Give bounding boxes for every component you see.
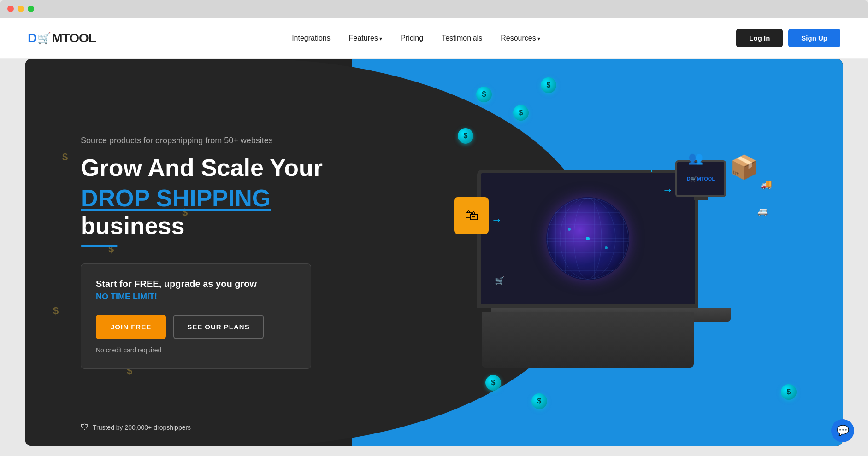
- traffic-light-fullscreen[interactable]: [28, 6, 34, 12]
- arrow-to-monitor: →: [662, 183, 673, 196]
- hero-highlight: DROP SHIPPING: [81, 185, 271, 211]
- coin-6: $: [531, 393, 547, 409]
- laptop-keyboard: [482, 312, 694, 368]
- svg-point-8: [605, 246, 608, 249]
- coin-7: $: [781, 384, 797, 400]
- coin-4: $: [458, 128, 473, 144]
- coin-2: $: [513, 105, 529, 121]
- logo-mtool: MTOOL: [52, 31, 96, 46]
- nav-link-resources[interactable]: Resources: [501, 34, 540, 42]
- nav-item-pricing[interactable]: Pricing: [401, 34, 423, 42]
- hero-title-line1: Grow And Scale Your: [81, 155, 348, 181]
- arrow-right: →: [644, 165, 655, 177]
- svg-point-1: [560, 198, 615, 279]
- shopping-bag-icon: 🛍: [454, 197, 489, 234]
- hero-box-free-text: NO TIME LIMIT!: [96, 292, 292, 302]
- hero-subtitle: Source products for dropshipping from 50…: [81, 136, 348, 146]
- nav-link-integrations[interactable]: Integrations: [292, 34, 331, 42]
- nav-link-pricing[interactable]: Pricing: [401, 34, 423, 42]
- window-chrome: [0, 0, 868, 18]
- traffic-light-close[interactable]: [7, 6, 14, 12]
- logo-d: D: [28, 31, 36, 46]
- hero-illustration: $ $ $ $ $ $ $ D🛒MTOOL → 🛍 → 👥: [393, 59, 843, 446]
- hero-box-title: Start for FREE, upgrade as you grow: [96, 279, 292, 289]
- nav-link-features[interactable]: Features: [349, 34, 382, 42]
- nav-links: Integrations Features Pricing Testimonia…: [292, 34, 540, 42]
- globe-visualization: [546, 197, 629, 280]
- nav-item-testimonials[interactable]: Testimonials: [442, 34, 482, 42]
- floating-monitor: D🛒MTOOL: [675, 160, 726, 200]
- see-plans-button[interactable]: SEE OUR PLANS: [173, 315, 264, 339]
- navbar: D🛒MTOOL Integrations Features Pricing Te…: [0, 18, 868, 59]
- boxes-icon: 📦: [730, 156, 758, 179]
- traffic-light-minimize[interactable]: [18, 6, 24, 12]
- chat-icon: 💬: [837, 425, 849, 437]
- people-icon: 👥: [688, 151, 703, 165]
- laptop-illustration: D🛒MTOOL → 🛍 → 👥 → 📦 🚚 🚐: [477, 170, 744, 363]
- coin-3: $: [541, 77, 556, 93]
- chat-bubble[interactable]: 💬: [831, 419, 854, 442]
- hero-content: Source products for dropshipping from 50…: [25, 99, 348, 406]
- screen-cart-icon: 🛒: [495, 275, 505, 286]
- globe-svg: [546, 197, 629, 280]
- hero-title-line2: DROP SHIPPING business: [81, 185, 348, 240]
- nav-link-testimonials[interactable]: Testimonials: [442, 34, 482, 42]
- hero-underline: [81, 245, 118, 247]
- trusted-text: Trusted by 200,000+ dropshippers: [93, 424, 191, 431]
- hero-box-buttons: JOIN FREE SEE OUR PLANS: [96, 315, 292, 339]
- svg-point-0: [547, 198, 628, 279]
- hero-cta-box: Start for FREE, upgrade as you grow NO T…: [81, 263, 311, 369]
- login-button[interactable]: Log In: [736, 29, 783, 47]
- join-free-button[interactable]: JOIN FREE: [96, 315, 166, 339]
- coin-5: $: [485, 375, 501, 391]
- arrow-from-bag: →: [491, 213, 502, 226]
- scroll-arrow-section: ↓: [0, 446, 868, 456]
- svg-point-7: [568, 228, 571, 231]
- svg-point-2: [574, 198, 602, 279]
- shield-icon: 🛡: [81, 422, 89, 432]
- nav-item-resources[interactable]: Resources: [501, 34, 540, 42]
- logo[interactable]: D🛒MTOOL: [28, 31, 96, 46]
- hero-no-cc-text: No credit card required: [96, 346, 292, 354]
- signup-button[interactable]: Sign Up: [788, 29, 840, 47]
- truck-icon: 🚐: [757, 206, 768, 216]
- nav-buttons: Log In Sign Up: [736, 29, 840, 47]
- svg-point-6: [586, 237, 590, 240]
- nav-item-features[interactable]: Features: [349, 34, 382, 42]
- hero-section: $ $ $ $ $ $ $ $ Source products for drop…: [25, 59, 843, 446]
- coin-1: $: [476, 87, 492, 102]
- delivery-person: 🚚: [761, 179, 772, 190]
- nav-item-integrations[interactable]: Integrations: [292, 34, 331, 42]
- hero-title-rest: business: [81, 212, 184, 239]
- trusted-badge: 🛡 Trusted by 200,000+ dropshippers: [81, 422, 191, 432]
- logo-cart-icon: 🛒: [37, 32, 51, 45]
